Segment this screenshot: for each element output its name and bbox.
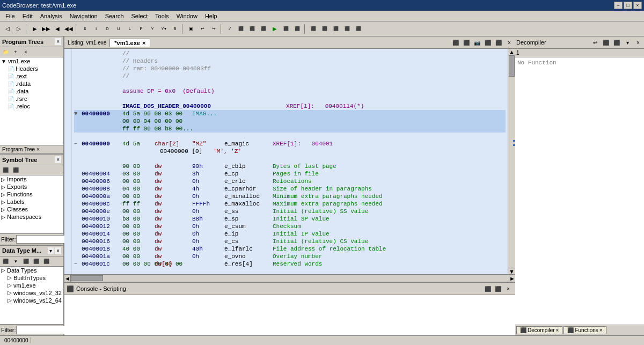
toolbar-back[interactable]: ◁ [2,24,13,34]
toolbar-btn-8[interactable]: U [113,24,124,34]
toolbar-btn-9[interactable]: L [125,24,135,34]
tree-item-text[interactable]: 📄 .text [0,72,63,80]
menu-navigation[interactable]: Navigation [67,12,101,20]
scroll-thumb[interactable] [509,55,515,77]
toolbar-btn-20[interactable]: ⬛ [258,24,269,34]
decompiler-btn-4[interactable]: ▾ [623,38,632,47]
symbol-tree-functions[interactable]: ▷ Functions [0,190,63,198]
symbol-tree-labels[interactable]: ▷ Labels [0,198,63,205]
data-type-expand[interactable]: ▾ [48,247,54,254]
listing-btn-camera[interactable]: 📷 [472,38,482,47]
tab-close[interactable]: × [142,40,145,46]
toolbar-btn-5[interactable]: ⬇ [79,24,90,34]
tree-toolbar-btn-1[interactable]: 📁 [1,48,10,56]
decompiler-tab[interactable]: ⬛ Decompiler × [516,326,562,334]
listing-close[interactable]: × [504,38,514,47]
scroll-right-btn[interactable]: ► [509,275,515,282]
toolbar-btn-25[interactable]: ⬛ [331,24,341,34]
toolbar-btn-14[interactable]: ▣ [186,24,196,34]
toolbar-btn-17[interactable]: ✓ [224,24,235,34]
toolbar-btn-16[interactable]: ↪ [208,24,219,34]
dt-btn-3[interactable]: ⬛ [21,257,31,266]
tree-item-data[interactable]: 📄 .data [0,87,63,95]
tree-item-rdata[interactable]: 📄 .rdata [0,80,63,87]
functions-tab[interactable]: ⬛ Functions × [564,326,606,334]
decompiler-close[interactable]: × [633,38,643,47]
dt-item-builtin[interactable]: ▷ BuiltInTypes [0,274,63,282]
console-close[interactable]: × [503,284,513,293]
menu-file[interactable]: File [2,12,18,20]
tree-item-headers[interactable]: 📄 Headers [0,65,63,72]
symbol-tree-classes[interactable]: ▷ Classes [0,205,63,213]
maximize-button[interactable]: □ [624,2,632,9]
toolbar-btn-26[interactable]: ⬛ [342,24,353,34]
symbol-tree-namespaces[interactable]: ▷ Namespaces [0,213,63,221]
listing-btn-3[interactable]: ⬛ [483,38,493,47]
listing-btn-1[interactable]: ⬛ [451,38,460,47]
functions-tab-close[interactable]: × [599,327,603,333]
console-content[interactable] [64,295,515,335]
toolbar-btn-22[interactable]: ⬛ [292,24,303,34]
toolbar-btn-12[interactable]: Y▾ [158,24,169,34]
decompiler-btn-3[interactable]: ⬛ [612,38,621,47]
symbol-tree-exports[interactable]: ▷ Exports [0,183,63,190]
data-type-close[interactable]: × [55,247,61,254]
tree-toolbar-btn-3[interactable]: × [21,48,31,56]
h-scroll-thumb[interactable] [71,275,103,281]
close-button[interactable]: × [633,2,642,9]
menu-search[interactable]: Search [102,12,127,20]
console-btn-1[interactable]: ⬛ [483,284,493,293]
toolbar-btn-10[interactable]: F [136,24,147,34]
dt-item-win64[interactable]: ▷ windows_vs12_64 [0,297,63,304]
dt-btn-5[interactable]: ⬛ [41,257,51,266]
symbol-toolbar-btn-2[interactable]: ⬛ [11,166,20,174]
dt-btn-1[interactable]: ⬛ [1,257,10,266]
dt-item-datatypes[interactable]: ▷ Data Types [0,267,63,274]
menu-tools[interactable]: Tools [152,12,172,20]
toolbar-btn-11[interactable]: Y [147,24,158,34]
toolbar-btn-2[interactable]: ▶▶ [41,24,52,34]
decompiler-tab-close[interactable]: × [556,327,559,333]
listing-btn-4[interactable]: ⬛ [494,38,503,47]
vertical-scrollbar[interactable]: ▲ ▼ [508,49,515,274]
menu-analysis[interactable]: Analysis [37,12,65,20]
program-tree-tab[interactable]: Program Tree × [0,145,63,153]
toolbar-btn-15[interactable]: ↩ [197,24,208,34]
decompiler-btn-2[interactable]: ⬛ [601,38,611,47]
toolbar-btn-24[interactable]: ⬛ [319,24,330,34]
program-trees-close[interactable]: × [55,38,61,45]
tree-item-vm1[interactable]: ▼ vm1.exe [0,57,63,65]
symbol-toolbar-btn-1[interactable]: ⬛ [1,166,10,174]
menu-edit[interactable]: Edit [19,12,36,20]
code-view[interactable]: // // Headers // ram: 00400000-004003ff [72,49,508,274]
symbol-tree-close[interactable]: × [55,156,61,163]
listing-tab-vm1[interactable]: *vm1.exe × [109,39,150,47]
horizontal-scrollbar[interactable]: ◄ ► [64,274,515,282]
tree-item-rsrc[interactable]: 📄 .rsrc [0,95,63,102]
menu-help[interactable]: Help [202,12,221,20]
toolbar-btn-13[interactable]: B [170,24,180,34]
menu-window[interactable]: Window [173,12,201,20]
console-btn-2[interactable]: ⬛ [493,284,503,293]
dt-item-vm1[interactable]: ▷ vm1.exe [0,282,63,289]
symbol-tree-imports[interactable]: ▷ Imports [0,175,63,183]
minimize-button[interactable]: − [614,2,623,9]
scroll-left-btn[interactable]: ◄ [64,275,71,282]
toolbar-btn-23[interactable]: ⬛ [308,24,319,34]
menu-select[interactable]: Select [128,12,151,20]
toolbar-btn-6[interactable]: I [91,24,101,34]
scroll-up-btn[interactable]: ▲ [508,49,515,55]
toolbar-btn-19[interactable]: ⬛ [247,24,258,34]
tree-item-reloc[interactable]: 📄 .reloc [0,102,63,110]
toolbar-btn-7[interactable]: D [102,24,113,34]
toolbar-forward[interactable]: ▷ [13,24,24,34]
toolbar-btn-run[interactable]: ▶ [269,24,280,34]
toolbar-btn-27[interactable]: ⬛ [353,24,364,34]
toolbar-btn-21[interactable]: ⬛ [281,24,291,34]
scroll-down-btn[interactable]: ▼ [508,268,515,274]
toolbar-btn-3[interactable]: ◀ [52,24,63,34]
tree-toolbar-btn-2[interactable]: + [11,48,20,56]
toolbar-btn-4[interactable]: ◀◀ [63,24,74,34]
listing-btn-2[interactable]: ⬛ [462,38,471,47]
dt-btn-4[interactable]: ⬛ [31,257,41,266]
